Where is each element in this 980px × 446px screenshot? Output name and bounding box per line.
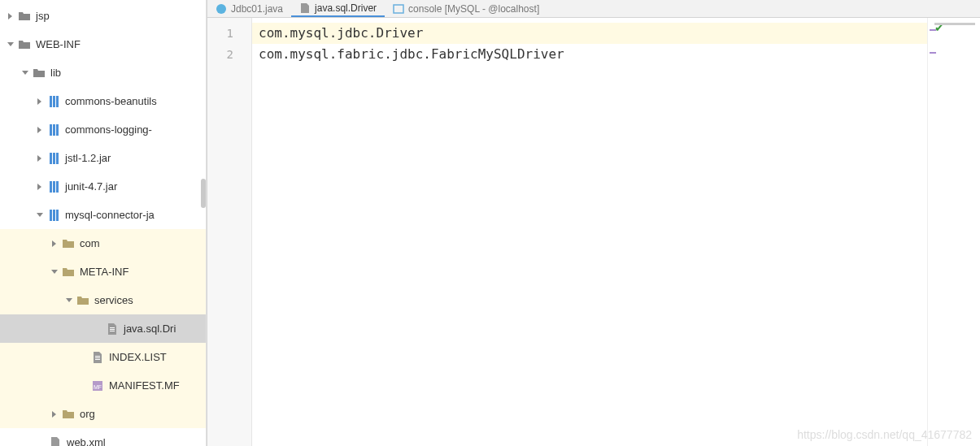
code-area[interactable]: com.mysql.jdbc.Driver com.mysql.fabric.j… [252,18,927,446]
folder-icon [62,266,75,279]
svg-rect-18 [95,356,100,357]
tree-node-webinf[interactable]: WEB-INF [0,30,206,58]
editor-tabs: Jdbc01.java java.sql.Driver console [MyS… [207,0,980,18]
tree-label: INDEX.LIST [109,351,167,363]
svg-rect-14 [56,210,59,221]
tree-node-metainf[interactable]: META-INF [0,258,206,286]
tree-label: lib [50,67,61,79]
folder-icon [18,38,31,51]
tree-node-jstl[interactable]: jstl-1.2.jar [0,144,206,172]
tab-label: Jdbc01.java [231,3,283,15]
svg-rect-7 [53,153,55,164]
chevron-right-icon [50,410,59,418]
folder-icon [33,67,46,80]
jar-icon [47,123,60,136]
tree-label: jsp [36,10,50,22]
tree-node-junit[interactable]: junit-4.7.jar [0,172,206,201]
svg-rect-13 [53,210,55,221]
tab-console[interactable]: console [MySQL - @localhost] [385,0,547,17]
tree-label: junit-4.7.jar [65,180,117,193]
line-number: 2 [207,44,251,65]
tree-label: mysql-connector-ja [65,209,155,221]
tree-node-java-sql-driver[interactable]: java.sql.Dri [0,314,206,343]
file-icon [49,436,62,447]
svg-rect-16 [110,329,115,330]
tree-label: com [80,237,100,249]
tree-node-jsp[interactable]: jsp [0,2,206,30]
jar-icon [47,180,60,193]
chevron-down-icon [21,69,29,77]
editor-panel: Jdbc01.java java.sql.Driver console [MyS… [207,0,980,446]
file-icon [299,2,311,14]
jar-icon [47,209,60,222]
svg-rect-3 [50,124,52,136]
svg-rect-20 [95,359,100,360]
svg-rect-6 [50,153,52,164]
tree-node-lib[interactable]: lib [0,58,206,87]
tab-label: console [MySQL - @localhost] [408,3,539,15]
tree-node-logging[interactable]: commons-logging- [0,115,206,144]
chevron-right-icon [36,183,44,191]
svg-rect-1 [53,96,55,107]
svg-rect-15 [110,327,115,328]
java-file-icon [216,3,227,15]
tree-label: commons-logging- [65,123,152,136]
svg-rect-8 [56,153,59,164]
tree-label: jstl-1.2.jar [65,152,111,164]
svg-rect-9 [50,181,52,193]
tree-node-beanutils[interactable]: commons-beanutils [0,87,206,115]
editor-body: 1 2 com.mysql.jdbc.Driver com.mysql.fabr… [207,18,980,446]
svg-rect-4 [53,124,55,136]
chevron-right-icon [36,154,44,162]
tab-label: java.sql.Driver [315,2,377,14]
watermark-text: https://blog.csdn.net/qq_41677782 [797,428,972,441]
tree-node-org[interactable]: org [0,400,206,428]
editor-right-gutter: ✔ [927,18,980,446]
tree-node-mysql[interactable]: mysql-connector-ja [0,201,206,229]
tree-label: commons-beanutils [65,95,157,107]
jar-icon [47,152,60,165]
folder-icon [18,10,31,23]
line-number: 1 [207,23,251,44]
tree-label: services [94,294,133,306]
chevron-right-icon [50,240,59,248]
svg-rect-12 [50,210,52,221]
file-icon [106,323,119,336]
svg-rect-5 [56,124,59,136]
tree-label: WEB-INF [36,38,81,50]
svg-rect-2 [56,96,59,107]
tab-driver[interactable]: java.sql.Driver [291,0,385,17]
tree-label: MANIFEST.MF [109,379,180,392]
tab-jdbc01[interactable]: Jdbc01.java [207,0,291,17]
chevron-down-icon [50,268,59,276]
tree-label: org [80,408,95,420]
chevron-right-icon [36,97,44,106]
chevron-down-icon [7,41,15,49]
tree-node-webxml[interactable]: web.xml [0,428,206,446]
scrollbar-handle[interactable] [201,179,206,208]
project-tree: jsp WEB-INF lib commons-beanutils co [0,0,206,446]
tree-node-manifest[interactable]: MF MANIFEST.MF [0,371,206,400]
chevron-right-icon [7,12,15,20]
chevron-right-icon [36,126,44,134]
svg-rect-24 [394,5,403,13]
tree-node-com[interactable]: com [0,229,206,258]
marker-icon [930,52,936,54]
svg-rect-19 [95,357,100,358]
line-number-gutter: 1 2 [207,18,252,446]
tree-label: java.sql.Dri [124,323,176,335]
tree-node-services[interactable]: services [0,286,206,314]
folder-icon [62,237,75,250]
svg-rect-0 [50,96,52,107]
svg-text:MF: MF [94,384,102,390]
manifest-icon: MF [91,379,104,392]
svg-point-23 [216,4,226,14]
project-tree-panel[interactable]: jsp WEB-INF lib commons-beanutils co [0,0,207,446]
console-icon [393,3,404,15]
jar-icon [47,95,60,108]
chevron-down-icon [36,211,44,219]
tree-node-indexlist[interactable]: INDEX.LIST [0,343,206,371]
tree-label: web.xml [67,436,106,446]
file-icon [91,351,104,364]
folder-icon [62,408,75,421]
